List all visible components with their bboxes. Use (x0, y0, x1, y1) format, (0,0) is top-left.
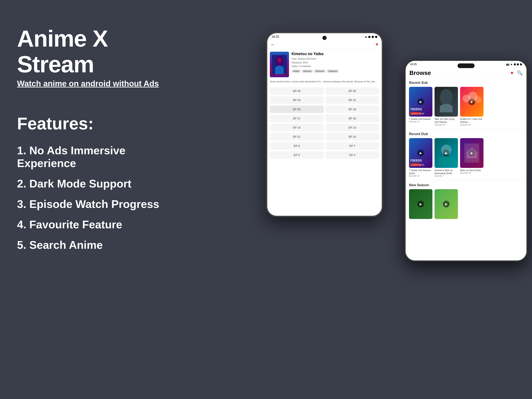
app-title: Anime X Stream (17, 25, 166, 77)
back-status-icons: ▲ ◼ ◼ ◼ (364, 35, 378, 38)
svg-text:7SEEDS: 7SEEDS (410, 159, 422, 162)
dub-card-2[interactable]: ▶ Somali to Mori no Kamisama (Dub) Episo… (435, 138, 458, 177)
tag-action: Action (291, 70, 301, 73)
sub-card-2[interactable]: ▶ Wan Jie Xian Zong 2nd Season Episode 8… (435, 87, 458, 126)
sub-card-3[interactable]: ▶ Kiratto Pri☆chan 2nd Season Episode 36 (460, 87, 483, 126)
episode-5[interactable]: EP 5 (270, 151, 324, 159)
phone-front: 18:05 📷 ▲ ◼ ◼ ◼ Browse ♥ 🔍 Recent Sub ▶ (404, 60, 528, 262)
phones-container: 18:25 ▲ ◼ ◼ ◼ ← ♥ (266, 28, 532, 368)
anime-poster-image (270, 52, 289, 77)
back-arrow-icon[interactable]: ← (271, 42, 275, 47)
dub-card-2-ep: Episode 7 (435, 175, 458, 177)
recent-dub-label: Recent Dub (405, 130, 526, 137)
anime-description: Since ancient times, rumors have abounde… (267, 80, 382, 86)
svg-point-6 (440, 89, 453, 106)
divider-1 (409, 129, 523, 129)
front-status-time: 18:05 (410, 63, 417, 66)
tag-shounen: Shounen (314, 70, 326, 73)
play-icon-1: ▶ (417, 98, 424, 105)
play-icon-new-1: ▶ (417, 201, 424, 208)
back-status-time: 18:25 (272, 35, 279, 38)
feature-4: 4. Favourite Feature (17, 218, 166, 231)
dub-card-3-thumb: ▶ (460, 138, 483, 168)
anime-info: Kimetsu no Yaiba Type: Spring 2019 Anim … (291, 52, 379, 77)
feature-3: 3. Episode Watch Progress (17, 198, 166, 210)
dub-card-1-thumb: ▶ 7SEEDS LATEST ANIME (409, 138, 432, 168)
anime-poster (270, 52, 289, 77)
svg-text:LATEST ANIME: LATEST ANIME (411, 164, 424, 166)
anime-status: Status: Completed (291, 64, 379, 68)
phone-back: 18:25 ▲ ◼ ◼ ◼ ← ♥ (266, 32, 383, 217)
episode-19[interactable]: EP 19 (325, 106, 379, 113)
episodes-grid: EP 26 EP 25 EP 23 EP 22 EP 20 EP 19 EP 1… (267, 86, 382, 160)
new-card-1-thumb: ▶ (409, 189, 432, 219)
left-section: Anime X Stream Watch anime on android wi… (17, 25, 166, 259)
svg-text:7SEEDS: 7SEEDS (410, 108, 422, 111)
episode-7[interactable]: EP 7 (325, 142, 379, 150)
episode-14[interactable]: EP 14 (270, 124, 324, 131)
app-subtitle: Watch anime on android without Ads (17, 79, 166, 88)
tag-supernatural: Supernat (327, 70, 339, 73)
header-icons: ♥ 🔍 (511, 70, 523, 76)
sub-card-1-thumb: ▶ 7SEEDS LATEST ANIME (409, 87, 432, 117)
episode-13[interactable]: EP 13 (325, 124, 379, 131)
front-phone-camera (457, 63, 475, 68)
search-icon[interactable]: 🔍 (517, 70, 523, 76)
heart-favorite-icon[interactable]: ♥ (376, 42, 378, 47)
episode-11[interactable]: EP 11 (270, 133, 324, 140)
episode-20[interactable]: EP 20 (270, 106, 324, 113)
episode-17[interactable]: EP 17 (270, 115, 324, 122)
dub-card-3-title: Ahiru no Sora (Dub) (460, 169, 483, 172)
features-heading: Features: (17, 114, 166, 133)
tag-demons: Demons (302, 70, 313, 73)
sub-card-2-thumb: ▶ (435, 87, 458, 117)
anime-title: Kimetsu no Yaiba (291, 52, 379, 56)
feature-5: 5. Search Anime (17, 239, 166, 251)
episode-25[interactable]: EP 25 (325, 87, 379, 95)
sub-card-2-title: Wan Jie Xian Zong 2nd Season (435, 117, 458, 124)
recent-sub-row: ▶ 7SEEDS LATEST ANIME 7 Seeds 2nd Season… (405, 86, 526, 128)
sub-card-1-title: 7 Seeds 2nd Season (409, 117, 432, 120)
play-icon-dub-1: ▶ (417, 150, 424, 156)
back-phone-header: ← ♥ (267, 40, 382, 49)
episode-23[interactable]: EP 23 (270, 96, 324, 104)
episode-4[interactable]: EP 4 (325, 151, 379, 159)
svg-point-2 (277, 58, 282, 62)
anime-tags: Action Demons Shounen Supernat (291, 70, 379, 73)
play-icon-new-2: ▶ (443, 201, 450, 208)
feature-2: 2. Dark Mode Support (17, 177, 166, 190)
episode-8[interactable]: EP 8 (270, 142, 324, 150)
front-phone-header: Browse ♥ 🔍 (405, 67, 526, 79)
browse-title: Browse (409, 70, 431, 76)
new-card-2[interactable]: ▶ (435, 189, 458, 219)
new-card-1[interactable]: ▶ (409, 189, 432, 219)
sub-card-3-thumb: ▶ (460, 87, 483, 117)
recent-dub-row: ▶ 7SEEDS LATEST ANIME 7 Seeds 2nd Season… (405, 137, 526, 179)
features-list: 1. No Ads Immersive Experience 2. Dark M… (17, 144, 166, 251)
sub-card-3-title: Kiratto Pri☆chan 2nd Season (460, 117, 483, 124)
episode-10[interactable]: EP 10 (325, 133, 379, 140)
episode-22[interactable]: EP 22 (325, 96, 379, 104)
dub-card-3[interactable]: ▶ Ahiru no Sora (Dub) Episode 20 (460, 138, 483, 177)
sub-card-1-ep: Episode 12 (409, 120, 432, 123)
feature-1: 1. No Ads Immersive Experience (17, 144, 166, 170)
dub-card-1-title: 7 Seeds 2nd Season (Dub) (409, 169, 432, 175)
sub-card-1[interactable]: ▶ 7SEEDS LATEST ANIME 7 Seeds 2nd Season… (409, 87, 432, 126)
svg-point-9 (475, 96, 481, 103)
sub-card-2-ep: Episode 84 (435, 124, 458, 126)
dub-card-3-ep: Episode 20 (460, 172, 483, 174)
episode-16[interactable]: EP 16 (325, 115, 379, 122)
episode-26[interactable]: EP 26 (270, 87, 324, 95)
anime-detail-area: Kimetsu no Yaiba Type: Spring 2019 Anim … (267, 49, 382, 80)
anime-released: Released: 2019 (291, 61, 379, 65)
heart-icon[interactable]: ♥ (511, 70, 513, 76)
dub-card-2-title: Somali to Mori no Kamisama (Dub) (435, 169, 458, 175)
sub-card-3-ep: Episode 36 (460, 124, 483, 126)
front-status-icons: 📷 ▲ ◼ ◼ ◼ (506, 63, 522, 66)
dub-card-1[interactable]: ▶ 7SEEDS LATEST ANIME 7 Seeds 2nd Season… (409, 138, 432, 177)
recent-sub-label: Recent Sub (405, 79, 526, 86)
dub-card-2-thumb: ▶ (435, 138, 458, 168)
new-season-row: ▶ ▶ (405, 188, 526, 221)
new-card-2-thumb: ▶ (435, 189, 458, 219)
back-phone-notch (322, 36, 327, 40)
